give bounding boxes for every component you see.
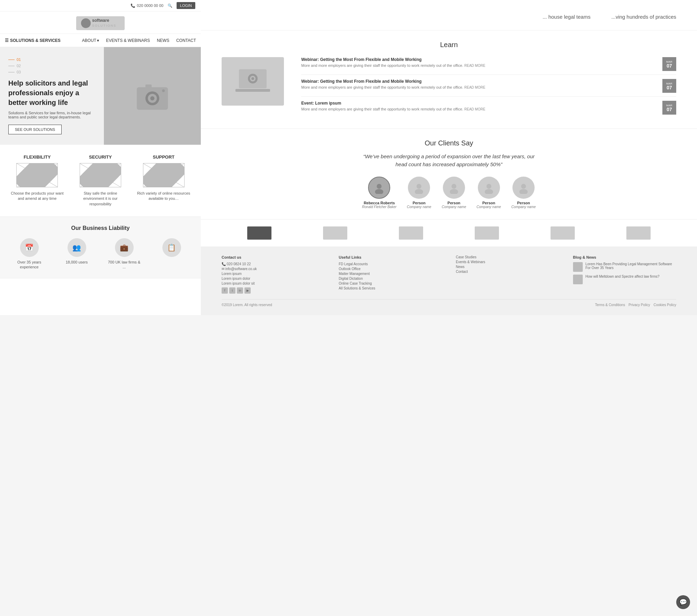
footer-useful-links: FD Legal Accounts Outlook Office Matter … [339,262,442,290]
svg-text:SOLUTIONS: SOLUTIONS [92,24,116,27]
stats-grid: 📅 Over 35 years experience 👥 18,000 user… [6,238,195,270]
event-item-2: Webinar: Getting the Most From Flexible … [301,79,676,97]
nav-about[interactable]: ABOUT ▾ [82,38,99,43]
client-3-avatar-image [443,177,465,199]
nav-contact[interactable]: CONTACT [176,38,196,43]
partial-banner: ... house legal teams ...ving hundreds o… [201,0,697,30]
features-section: FLEXIBILITY Choose the products your wan… [0,145,201,217]
svg-point-6 [150,96,154,100]
social-tw-icon[interactable]: t [229,287,235,294]
client-3-name: Person [447,201,460,205]
footer-link-online-case[interactable]: Online Case Tracking [339,282,442,285]
footer-contact-col: Contact us 📞 020 0824 10 22 ✉ info@softw… [222,255,325,294]
feature-flexibility: FLEXIBILITY Choose the products your wan… [9,154,65,207]
footer-link-all[interactable]: All Solutions & Services [339,286,442,290]
svg-point-17 [415,189,423,194]
footer-contact-line-3: Lorem ipsum [222,272,325,276]
client-avatar-2[interactable]: Person Company name [407,177,431,209]
client-2-avatar-image [408,177,430,199]
svg-point-19 [450,189,458,194]
client-1-avatar-image [368,177,390,199]
event-3-desc: More and more employers are giving their… [301,107,658,112]
client-4-name: Person [482,201,495,205]
social-fb-icon[interactable]: f [222,287,228,294]
client-avatar-1[interactable]: Rebecca Roberts Ronald Fletcher Baker [362,177,397,209]
footer-blog-text-1: Lorem Has Been Providing Legal Managemen… [586,262,676,272]
learn-content: Webinar: Getting the Most From Flexible … [222,57,676,118]
learn-events-list: Webinar: Getting the Most From Flexible … [301,57,676,118]
feature-security: SECURITY Stay safe the online environmen… [73,154,128,207]
social-yt-icon[interactable]: ▶ [244,287,251,294]
footer-link-news[interactable]: News [456,265,559,269]
client-4-company: Company name [476,205,501,209]
hero-cta-button[interactable]: SEE OUR SOLUTIONS [8,125,62,134]
feature-support-title: SUPPORT [153,154,175,160]
client-avatar-5[interactable]: Person Company name [511,177,536,209]
stat-experience-icon: 📅 [20,238,39,257]
footer-blog-thumb-1 [573,262,583,272]
event-1-desc: More and more employers are giving their… [301,63,658,68]
client-avatar-4[interactable]: Person Company name [476,177,501,209]
slide-indicator-1[interactable]: 01 [8,57,96,62]
slide-indicator-3[interactable]: 03 [8,70,96,74]
banner-text-1: ... house legal teams [543,14,590,20]
footer-blog-thumb-2 [573,275,583,284]
event-1-read-more[interactable]: READ MORE [464,64,485,68]
phone-number: 📞 020 0000 00 00 [131,3,163,8]
partners-section [201,220,697,247]
footer-privacy-link[interactable]: Privacy Policy [628,303,650,307]
event-3-text: Event: Lorem ipsum More and more employe… [301,101,658,112]
footer-terms-link[interactable]: Terms & Conditions [595,303,625,307]
partner-logo-2 [323,226,347,240]
svg-point-21 [485,189,493,194]
footer-link-events-webinars[interactable]: Events & Webinars [456,260,559,264]
client-4-avatar-image [478,177,500,199]
stats-section: Our Business Liability 📅 Over 35 years e… [0,217,201,278]
footer-link-contact[interactable]: Contact [456,270,559,274]
clients-quote: “We’ve been undergoing a period of expan… [363,153,536,168]
chevron-down-icon: ▾ [97,38,99,43]
nav-events[interactable]: EVENTS & WEBINARS [106,38,150,43]
event-2-date: MAR 07 [662,79,676,93]
footer-contact-line-4: Lorem ipsum dolor [222,277,325,280]
login-button[interactable]: LOGIN [177,2,195,9]
footer-cookies-link[interactable]: Cookies Policy [653,303,676,307]
phone-icon: 📞 [131,3,135,8]
event-1-text: Webinar: Getting the Most From Flexible … [301,57,658,68]
svg-point-16 [417,184,421,189]
search-icon[interactable]: 🔍 [168,3,172,8]
event-3-date: MAR 07 [662,101,676,115]
footer-link-case-studies[interactable]: Case Studies [456,255,559,259]
clients-title: Our Clients Say [222,139,676,147]
event-3-read-more[interactable]: READ MORE [464,107,485,111]
footer-link-matter[interactable]: Matter Management [339,272,442,276]
client-avatar-3[interactable]: Person Company name [442,177,466,209]
nav-links: ABOUT ▾ EVENTS & WEBINARS NEWS CONTACT [82,38,196,43]
slide-indicator-2[interactable]: 02 [8,64,96,68]
footer-case-links: Case Studies Events & Webinars News Cont… [456,255,559,274]
footer-link-fd[interactable]: FD Legal Accounts [339,262,442,266]
social-li-icon[interactable]: in [237,287,243,294]
event-item-3: Event: Lorem ipsum More and more employe… [301,101,676,118]
footer-bottom-links: Terms & Conditions Privacy Policy Cookie… [595,303,676,307]
learn-section: Learn [201,30,697,129]
client-5-company: Company name [511,205,536,209]
feature-support: SUPPORT Rich variety of online resources… [136,154,191,207]
footer-bottom: ©2019 Lorem. All rights reserved Terms &… [222,299,676,307]
client-2-name: Person [413,201,426,205]
client-5-avatar-image [512,177,535,199]
hamburger-icon: ☰ [5,38,9,43]
nav-news[interactable]: NEWS [157,38,169,43]
feature-security-desc: Stay safe the online environment it is o… [73,191,128,207]
footer-link-outlook[interactable]: Outlook Office [339,267,442,271]
client-3-company: Company name [442,205,466,209]
event-2-text: Webinar: Getting the Most From Flexible … [301,79,658,90]
footer-links-col: Useful Links FD Legal Accounts Outlook O… [339,255,442,294]
footer-link-digital[interactable]: Digital Dictation [339,277,442,280]
client-2-company: Company name [407,205,431,209]
nav-solutions[interactable]: ☰ SOLUTIONS & SERVICES [5,38,61,43]
svg-rect-13 [235,89,270,92]
feature-support-desc: Rich variety of online resources availab… [136,191,191,202]
event-2-read-more[interactable]: READ MORE [464,86,485,89]
partner-logo-3 [399,226,423,240]
